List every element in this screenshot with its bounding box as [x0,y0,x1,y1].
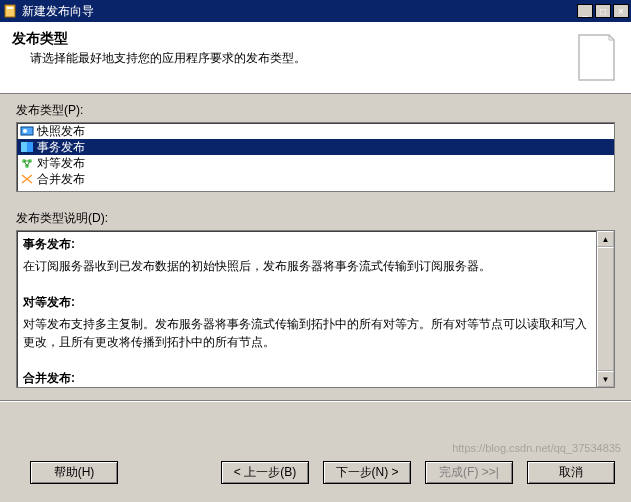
description-label: 发布类型说明(D): [16,210,615,227]
window-title: 新建发布向导 [22,3,575,20]
list-item-peer[interactable]: 对等发布 [17,155,614,171]
scroll-up-icon[interactable]: ▲ [597,231,614,247]
description-textbox: 事务发布: 在订阅服务器收到已发布数据的初始快照后，发布服务器将事务流式传输到订… [16,230,615,388]
desc-section-title: 合并发布: [23,369,588,387]
svg-rect-0 [5,5,15,17]
cancel-button[interactable]: 取消 [527,461,615,484]
scroll-thumb[interactable] [597,247,614,371]
list-label: 发布类型(P): [16,102,615,119]
maximize-button[interactable]: □ [595,4,611,18]
list-item-merge[interactable]: 合并发布 [17,171,614,187]
svg-rect-5 [27,142,33,152]
svg-point-3 [23,129,27,133]
desc-section-body: 在订阅服务器收到已发布数据的初始快照后，发布服务器将事务流式传输到订阅服务器。 [23,257,588,275]
help-button[interactable]: 帮助(H) [30,461,118,484]
divider [0,400,631,402]
list-item-snapshot[interactable]: 快照发布 [17,123,614,139]
desc-section-title: 对等发布: [23,293,588,311]
desc-section-title: 事务发布: [23,235,588,253]
publication-type-listbox[interactable]: 快照发布 事务发布 对等发布 合并发布 [16,122,615,192]
minimize-button[interactable]: _ [577,4,593,18]
titlebar: 新建发布向导 _ □ × [0,0,631,22]
scroll-down-icon[interactable]: ▼ [597,371,614,387]
list-item-transactional[interactable]: 事务发布 [17,139,614,155]
svg-rect-4 [21,142,27,152]
page-title: 发布类型 [12,30,574,48]
list-item-label: 合并发布 [37,171,85,188]
svg-rect-1 [7,7,13,9]
app-icon [2,3,18,19]
snapshot-icon [19,124,35,138]
button-bar: 帮助(H) < 上一步(B) 下一步(N) > 完成(F) >>| 取消 [0,447,631,502]
scrollbar[interactable]: ▲ ▼ [596,231,614,387]
peer-icon [19,156,35,170]
wizard-header: 发布类型 请选择能最好地支持您的应用程序要求的发布类型。 [0,22,631,94]
transactional-icon [19,140,35,154]
list-item-label: 快照发布 [37,123,85,140]
back-button[interactable]: < 上一步(B) [221,461,309,484]
merge-icon [19,172,35,186]
list-item-label: 对等发布 [37,155,85,172]
next-button[interactable]: 下一步(N) > [323,461,411,484]
finish-button: 完成(F) >>| [425,461,513,484]
desc-section-body: 对等发布支持多主复制。发布服务器将事务流式传输到拓扑中的所有对等方。所有对等节点… [23,315,588,351]
list-item-label: 事务发布 [37,139,85,156]
page-subtitle: 请选择能最好地支持您的应用程序要求的发布类型。 [12,50,574,67]
wizard-graphic-icon [574,30,619,85]
close-button[interactable]: × [613,4,629,18]
